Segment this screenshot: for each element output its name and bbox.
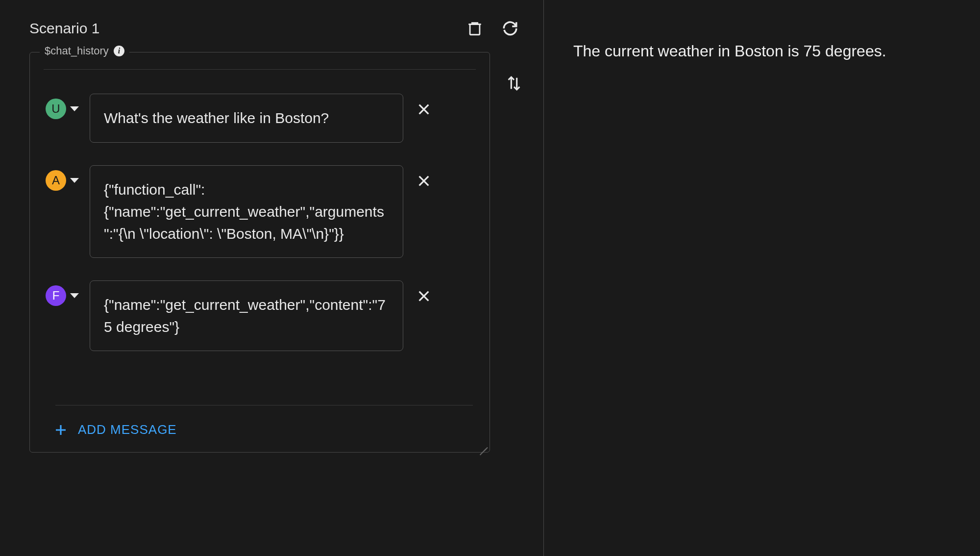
- close-icon: [416, 173, 432, 189]
- role-selector[interactable]: A: [46, 170, 79, 191]
- role-avatar-function: F: [46, 285, 66, 306]
- role-avatar-assistant: A: [46, 170, 66, 191]
- svg-rect-0: [470, 25, 480, 35]
- chat-history-body: U What's the weather like in Boston? A {…: [30, 52, 490, 437]
- trash-icon: [466, 20, 483, 37]
- refresh-scenario-button[interactable]: [501, 20, 519, 37]
- add-message-button[interactable]: ADD MESSAGE: [49, 422, 479, 437]
- top-separator: [44, 69, 476, 70]
- scenario-header: Scenario 1: [29, 20, 524, 37]
- app-root: Scenario 1: [0, 0, 980, 556]
- message-content-input[interactable]: What's the weather like in Boston?: [90, 94, 403, 143]
- output-pane: The current weather in Boston is 75 degr…: [544, 0, 980, 556]
- plus-icon: [53, 423, 68, 437]
- delete-message-button[interactable]: [414, 286, 434, 306]
- close-icon: [416, 288, 432, 304]
- chevron-down-icon: [70, 178, 79, 183]
- resize-handle[interactable]: [478, 440, 487, 449]
- role-selector[interactable]: U: [46, 99, 79, 119]
- message-row: U What's the weather like in Boston?: [44, 94, 485, 143]
- model-output-text: The current weather in Boston is 75 degr…: [573, 39, 951, 63]
- scenario-header-actions: [466, 20, 524, 37]
- swap-compare-button[interactable]: [504, 74, 524, 93]
- delete-message-button[interactable]: [414, 100, 434, 119]
- scenario-title: Scenario 1: [29, 20, 99, 37]
- refresh-icon: [502, 20, 518, 37]
- message-content-input[interactable]: {"name":"get_current_weather","content":…: [90, 280, 403, 351]
- footer-separator: [55, 405, 473, 405]
- swap-vertical-icon: [506, 74, 522, 93]
- chat-history-fieldset: $chat_history i U What's the weather lik…: [29, 52, 490, 453]
- chevron-down-icon: [70, 293, 79, 298]
- delete-scenario-button[interactable]: [466, 20, 484, 37]
- scenario-editor-pane: Scenario 1: [0, 0, 544, 556]
- role-avatar-user: U: [46, 99, 66, 119]
- message-row: A {"function_call":{"name":"get_current_…: [44, 165, 485, 258]
- message-row: F {"name":"get_current_weather","content…: [44, 280, 485, 351]
- chat-history-footer: ADD MESSAGE: [44, 405, 485, 437]
- add-message-label: ADD MESSAGE: [78, 422, 177, 437]
- message-content-input[interactable]: {"function_call":{"name":"get_current_we…: [90, 165, 403, 258]
- chevron-down-icon: [70, 106, 79, 111]
- delete-message-button[interactable]: [414, 171, 434, 191]
- role-selector[interactable]: F: [46, 285, 79, 306]
- close-icon: [416, 101, 432, 117]
